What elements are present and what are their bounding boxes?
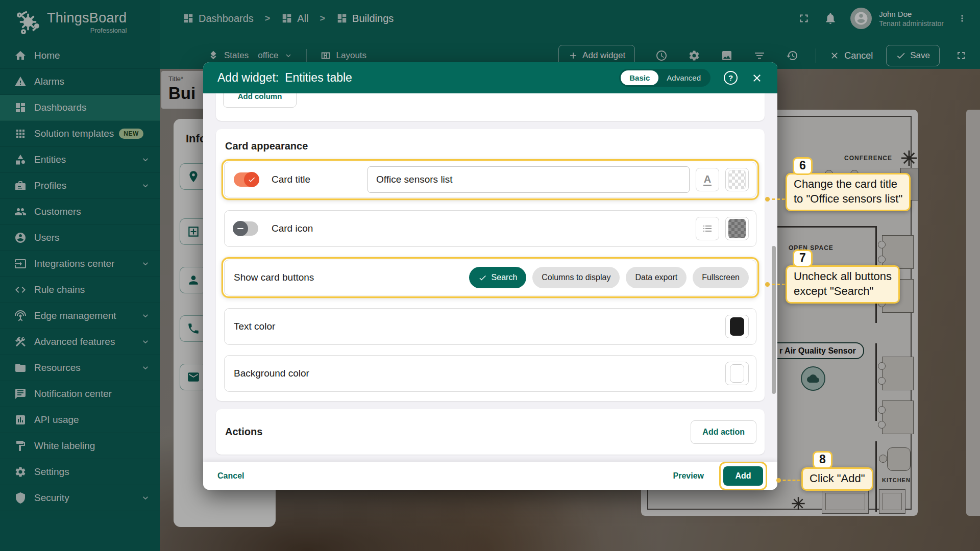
text-color-row: Text color	[224, 308, 756, 345]
minus-icon	[237, 228, 243, 230]
icon-color-button[interactable]	[725, 217, 749, 240]
callout-text: Click "Add"	[810, 471, 865, 486]
card-title-label: Card title	[272, 174, 310, 185]
dialog-scrollbar[interactable]	[772, 246, 776, 394]
annotation-step-badge-6: 6	[793, 157, 813, 175]
chip-columns-to-display[interactable]: Columns to display	[532, 267, 620, 288]
black-color-swatch	[730, 317, 744, 336]
actions-heading: Actions	[225, 426, 262, 438]
callout-text: Uncheck all buttons	[794, 269, 892, 284]
show-card-buttons-label: Show card buttons	[234, 272, 314, 283]
columns-section-clipped: Add column	[216, 93, 765, 121]
callout-text: Change the card title	[794, 177, 902, 191]
add-action-button[interactable]: Add action	[691, 420, 756, 444]
dialog-body: Add column Card appearance Card title A …	[203, 93, 777, 462]
close-dialog-icon[interactable]	[751, 72, 763, 84]
card-title-row: Card title A	[224, 162, 756, 197]
card-title-input[interactable]	[368, 166, 690, 193]
basic-advanced-toggle: Basic Advanced	[619, 69, 710, 87]
font-icon: A	[703, 174, 712, 186]
chip-fullscreen[interactable]: Fullscreen	[693, 267, 749, 288]
chip-label: Search	[492, 273, 518, 282]
annotation-step-badge-8: 8	[813, 451, 832, 469]
font-settings-button[interactable]: A	[696, 168, 719, 191]
callout-text: except "Search"	[794, 284, 892, 298]
callout-text: to "Office sensors list"	[794, 191, 902, 206]
chip-search[interactable]: Search	[469, 267, 527, 288]
check-icon	[248, 176, 256, 184]
add-widget-dialog: Add widget: Entities table Basic Advance…	[203, 62, 777, 490]
annotation-connector-8	[778, 480, 800, 481]
card-title-toggle[interactable]	[234, 172, 258, 187]
text-color-label: Text color	[234, 321, 275, 332]
dialog-footer: Cancel Preview Add	[203, 462, 777, 490]
background-color-label: Background color	[234, 368, 309, 379]
transparent-color-swatch	[728, 170, 746, 189]
background-color-row: Background color	[224, 355, 756, 392]
actions-section: Actions Add action	[216, 409, 765, 455]
card-appearance-section: Card appearance Card title A Card icon	[216, 129, 765, 401]
app-root: ThingsBoard Professional Home Alarms Das…	[0, 0, 980, 551]
background-color-button[interactable]	[725, 362, 749, 385]
tab-advanced[interactable]: Advanced	[658, 73, 709, 82]
card-appearance-heading: Card appearance	[224, 137, 756, 152]
annotation-ring-card-title: Card title A	[222, 159, 759, 200]
chip-label: Data export	[635, 273, 677, 282]
annotation-callout-8: Click "Add"	[801, 467, 873, 491]
dialog-title-prefix: Add widget:	[217, 71, 279, 85]
text-color-button[interactable]	[725, 315, 749, 338]
add-column-button[interactable]: Add column	[223, 93, 297, 108]
white-color-swatch	[730, 364, 744, 383]
annotation-step-badge-7: 7	[793, 249, 813, 267]
preview-button[interactable]: Preview	[673, 471, 704, 481]
tab-basic[interactable]: Basic	[621, 70, 658, 85]
check-icon	[478, 273, 487, 282]
dialog-header: Add widget: Entities table Basic Advance…	[203, 62, 777, 93]
help-button[interactable]: ?	[724, 71, 738, 85]
annotation-callout-7: Uncheck all buttons except "Search"	[786, 265, 900, 304]
annotation-connector-6	[767, 198, 785, 200]
card-buttons-chips: Search Columns to display Data export Fu…	[469, 267, 749, 288]
annotation-ring-card-buttons: Show card buttons Search Columns to disp…	[222, 257, 759, 298]
add-button[interactable]: Add	[723, 466, 763, 486]
annotation-callout-6: Change the card title to "Office sensors…	[786, 173, 911, 211]
chip-data-export[interactable]: Data export	[626, 267, 687, 288]
transparent-color-swatch-dark	[728, 219, 746, 238]
title-color-button[interactable]	[725, 168, 749, 191]
card-icon-toggle[interactable]	[234, 221, 258, 236]
icon-picker-button[interactable]	[696, 217, 719, 240]
annotation-connector-7	[767, 284, 785, 285]
list-icon	[701, 222, 714, 235]
show-card-buttons-row: Show card buttons Search Columns to disp…	[224, 260, 756, 295]
dialog-cancel-button[interactable]: Cancel	[217, 471, 244, 481]
card-icon-label: Card icon	[272, 223, 313, 234]
dialog-title-name: Entities table	[285, 71, 352, 85]
chip-label: Columns to display	[542, 273, 610, 282]
card-icon-row: Card icon	[224, 210, 756, 247]
chip-label: Fullscreen	[702, 273, 740, 282]
